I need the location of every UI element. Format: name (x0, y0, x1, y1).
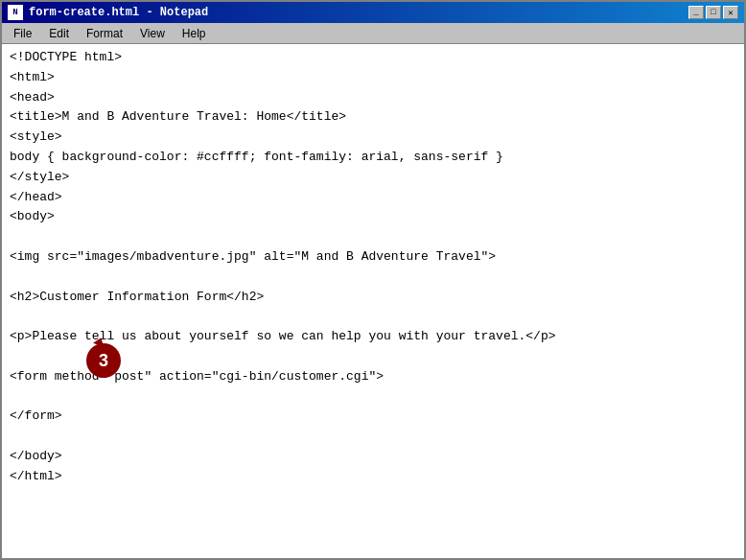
notepad-window: N form-create.html - Notepad _ □ ✕ File … (0, 0, 746, 560)
code-line-8: </head> (10, 188, 736, 208)
code-line-6: body { background-color: #ccffff; font-f… (10, 148, 736, 168)
code-line-11: <img src="images/mbadventure.jpg" alt="M… (10, 247, 736, 268)
code-line-12 (10, 268, 736, 288)
code-line-18 (10, 387, 736, 408)
code-line-10 (10, 227, 736, 247)
code-line-5: <style> (10, 128, 736, 148)
title-bar: N form-create.html - Notepad _ □ ✕ (2, 2, 744, 23)
window-title: form-create.html - Notepad (29, 6, 208, 19)
code-line-19: </form> (10, 407, 736, 427)
code-line-2: <html> (10, 68, 736, 88)
close-button[interactable]: ✕ (723, 6, 738, 19)
annotation-bubble-3: 3 (86, 343, 121, 378)
code-line-13: <h2>Customer Information Form</h2> (10, 288, 736, 308)
menu-view[interactable]: View (132, 25, 173, 41)
menu-help[interactable]: Help (175, 25, 214, 41)
code-line-3: <head> (10, 88, 736, 108)
code-line-1: <!DOCTYPE html> (10, 48, 736, 68)
editor-area[interactable]: <!DOCTYPE html> <html> <head> <title>M a… (2, 44, 744, 558)
code-line-20 (10, 427, 736, 447)
code-line-4: <title>M and B Adventure Travel: Home</t… (10, 107, 736, 128)
menu-bar: File Edit Format View Help (2, 23, 744, 44)
maximize-button[interactable]: □ (706, 6, 721, 19)
code-line-14 (10, 307, 736, 327)
code-line-17: <form method="post" action="cgi-bin/cust… (10, 367, 736, 387)
code-line-21: </body> (10, 447, 736, 467)
code-line-9: <body> (10, 207, 736, 227)
code-line-15: <p>Please tell us about yourself so we c… (10, 327, 736, 347)
code-line-22: </html> (10, 467, 736, 487)
annotation-number: 3 (99, 351, 108, 371)
code-line-7: </style> (10, 168, 736, 188)
minimize-button[interactable]: _ (688, 6, 704, 19)
title-bar-left: N form-create.html - Notepad (8, 5, 208, 20)
menu-edit[interactable]: Edit (41, 25, 77, 41)
app-icon: N (8, 5, 23, 20)
menu-file[interactable]: File (6, 25, 39, 41)
menu-format[interactable]: Format (79, 25, 130, 41)
title-buttons: _ □ ✕ (688, 6, 738, 19)
